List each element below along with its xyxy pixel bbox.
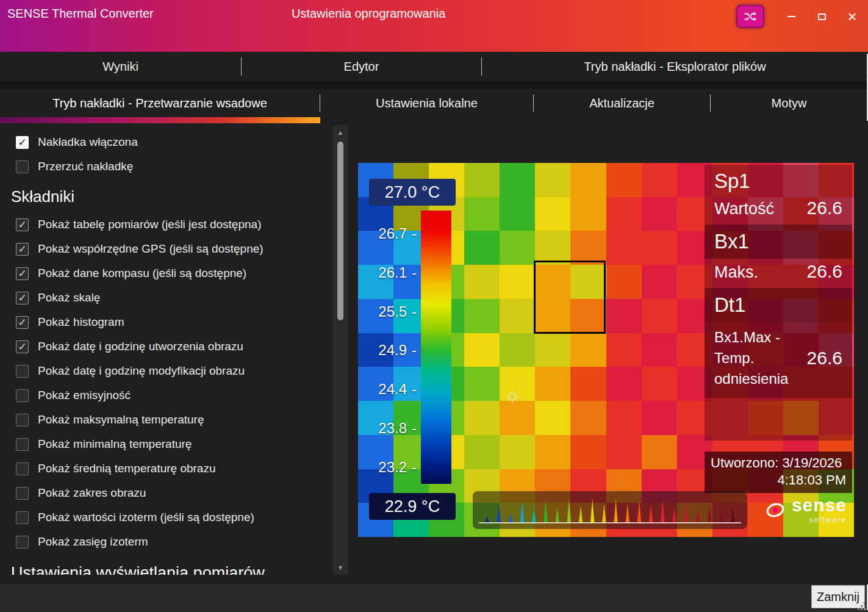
scale-tick-value: 25.5 bbox=[378, 303, 407, 320]
checkbox[interactable]: ✓ bbox=[16, 243, 29, 256]
scale-tick-value: 23.8 bbox=[378, 420, 407, 436]
settings-scrollbar[interactable]: ▲ ▼ bbox=[333, 125, 348, 575]
checkbox-label: Przerzuć nakładkę bbox=[38, 160, 133, 173]
thermal-cell bbox=[464, 333, 500, 367]
scale-tick: 24.9- bbox=[378, 342, 417, 359]
thermal-cell bbox=[642, 197, 677, 231]
minimize-button[interactable] bbox=[779, 5, 803, 27]
histogram-spike bbox=[556, 507, 559, 522]
scale-tick-value: 24.9 bbox=[378, 342, 407, 358]
checkbox[interactable]: ✓ bbox=[16, 218, 29, 231]
checkbox[interactable] bbox=[16, 389, 29, 402]
setting-checkbox-row[interactable]: ✓Nakładka włączona bbox=[16, 130, 333, 154]
checkbox-label: Pokaż dane kompasu (jeśli są dostępne) bbox=[38, 267, 246, 280]
setting-checkbox-row[interactable]: ✓Pokaż dane kompasu (jeśli są dostępne) bbox=[16, 261, 333, 286]
scroll-up-icon: ▲ bbox=[337, 129, 344, 136]
setting-checkbox-row[interactable]: Pokaż zasięg izoterm bbox=[16, 530, 333, 554]
checkbox[interactable] bbox=[16, 511, 29, 524]
setting-checkbox-row[interactable]: ✓Pokaż datę i godzinę utworzenia obrazu bbox=[16, 334, 333, 359]
setting-checkbox-row[interactable]: Pokaż wartości izoterm (jeśli są dostępn… bbox=[16, 505, 333, 530]
sense-subtitle: software bbox=[792, 516, 847, 524]
tab-wyniki[interactable]: Wyniki bbox=[0, 52, 241, 81]
checkbox[interactable] bbox=[16, 487, 29, 500]
thermal-cell bbox=[500, 401, 535, 435]
histogram-spike bbox=[509, 513, 512, 522]
checkbox-label: Pokaż datę i godzinę utworzenia obrazu bbox=[38, 340, 243, 353]
dt1-description: Bx1.Max - Temp. odniesienia bbox=[714, 327, 795, 389]
checkbox[interactable] bbox=[16, 365, 29, 378]
tab-bar-divider bbox=[0, 81, 868, 89]
scroll-down-button[interactable]: ▼ bbox=[333, 561, 348, 574]
checkbox[interactable] bbox=[16, 414, 29, 427]
checkbox[interactable] bbox=[16, 160, 29, 173]
setting-checkbox-row[interactable]: Pokaż datę i godzinę modyfikacji obrazu bbox=[16, 359, 333, 383]
close-window-button[interactable]: × bbox=[840, 5, 864, 27]
created-time: 4:18:03 PM bbox=[711, 472, 846, 488]
setting-checkbox-row[interactable]: ✓Pokaż tabelę pomiarów (jeśli jest dostę… bbox=[16, 212, 333, 237]
scroll-up-button[interactable]: ▲ bbox=[333, 126, 348, 139]
thermal-cell bbox=[500, 197, 535, 231]
setting-checkbox-row[interactable]: ✓Pokaż współrzędne GPS (jeśli są dostępn… bbox=[16, 237, 333, 261]
checkbox[interactable]: ✓ bbox=[16, 316, 29, 329]
setting-checkbox-row[interactable]: ✓Pokaż histogram bbox=[16, 310, 333, 334]
checkbox[interactable] bbox=[16, 463, 29, 475]
shuffle-button[interactable] bbox=[736, 5, 764, 28]
tab-tryb-nakladki-przetwarzanie-wsadowe[interactable]: Tryb nakładki - Przetwarzanie wsadowe bbox=[0, 89, 320, 117]
setting-checkbox-row[interactable]: Pokaż zakres obrazu bbox=[16, 481, 333, 505]
thermal-cell bbox=[570, 163, 606, 197]
dialog-title: Ustawienia oprogramowania bbox=[292, 7, 445, 21]
scale-tick-dash: - bbox=[412, 342, 417, 358]
scroll-thumb[interactable] bbox=[337, 142, 343, 320]
thermal-cell bbox=[464, 401, 500, 435]
setting-checkbox-row[interactable]: Pokaż maksymalną temperaturę bbox=[16, 408, 333, 432]
thermal-cell bbox=[570, 197, 606, 231]
checkbox[interactable] bbox=[16, 438, 29, 451]
bx1-value: 26.6 bbox=[807, 261, 842, 282]
tab-aktualizacje[interactable]: Aktualizacje bbox=[534, 89, 710, 117]
checkbox[interactable]: ✓ bbox=[16, 340, 29, 353]
thermal-cell bbox=[606, 231, 642, 265]
measurement-box-bx1[interactable] bbox=[534, 261, 606, 334]
scale-tick: 25.5- bbox=[378, 303, 417, 320]
thermal-cell bbox=[606, 367, 642, 401]
thermal-cell bbox=[464, 197, 500, 231]
scale-tick-value: 26.1 bbox=[378, 264, 407, 281]
histogram-spike bbox=[579, 506, 583, 522]
tab-edytor[interactable]: Edytor bbox=[242, 52, 481, 81]
thermal-preview[interactable]: 27.0 °C 26.7-26.1-25.5-24.9-24.4-23.8-23… bbox=[358, 163, 854, 537]
tab-label: Ustawienia lokalne bbox=[376, 96, 478, 110]
thermal-cell bbox=[464, 435, 500, 469]
check-icon: ✓ bbox=[18, 342, 26, 352]
histogram-spike bbox=[684, 500, 688, 522]
setting-checkbox-row[interactable]: Pokaż minimalną temperaturę bbox=[16, 432, 333, 456]
scale-tick: 23.8- bbox=[378, 420, 417, 437]
sp1-row: Wartość 26.6 bbox=[705, 195, 852, 225]
check-icon: ✓ bbox=[18, 220, 26, 230]
setting-checkbox-row[interactable]: Przerzuć nakładkę bbox=[16, 154, 333, 179]
shuffle-icon bbox=[742, 10, 758, 23]
dt1-value: 26.6 bbox=[807, 348, 842, 369]
tab-tryb-nakladki-eksplorator-plikow[interactable]: Tryb nakładki - Eksplorator plików bbox=[482, 52, 868, 81]
bx1-name: Bx1 bbox=[705, 225, 852, 259]
checkbox[interactable]: ✓ bbox=[16, 267, 29, 280]
close-dialog-button[interactable]: Zamknij bbox=[811, 585, 865, 608]
thermal-cell bbox=[500, 163, 535, 197]
thermal-cell bbox=[570, 231, 606, 265]
scale-tick-dash: - bbox=[412, 459, 417, 475]
checkbox[interactable]: ✓ bbox=[16, 136, 29, 149]
checkbox[interactable] bbox=[16, 536, 29, 549]
crosshair-icon bbox=[505, 389, 520, 404]
close-icon: × bbox=[847, 9, 856, 24]
tab-ustawienia-lokalne[interactable]: Ustawienia lokalne bbox=[320, 89, 533, 117]
setting-checkbox-row[interactable]: Pokaż średnią temperaturę obrazu bbox=[16, 456, 333, 481]
thermal-cell bbox=[500, 231, 535, 265]
checkbox[interactable]: ✓ bbox=[16, 292, 29, 304]
tab-motyw[interactable]: Motyw bbox=[711, 89, 867, 117]
setting-checkbox-row[interactable]: ✓Pokaż skalę bbox=[16, 286, 333, 310]
resize-grip[interactable] bbox=[858, 602, 866, 611]
scale-tick-dash: - bbox=[412, 381, 417, 397]
checkbox-label: Pokaż datę i godzinę modyfikacji obrazu bbox=[38, 364, 245, 378]
section-title-components: Składniki bbox=[11, 187, 333, 206]
setting-checkbox-row[interactable]: Pokaż emisyjność bbox=[16, 383, 333, 408]
maximize-button[interactable] bbox=[809, 5, 834, 27]
